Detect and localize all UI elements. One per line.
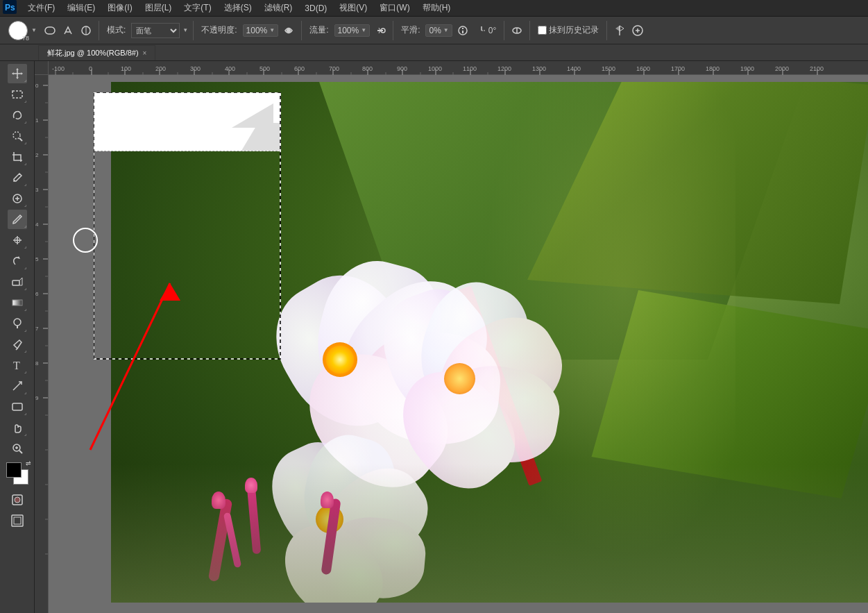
svg-text:1900: 1900 (740, 65, 754, 72)
tool-crop[interactable]: ⌟ (8, 147, 27, 167)
tool-zoom[interactable] (8, 439, 27, 458)
tool-shape[interactable]: ⌟ (8, 397, 27, 417)
app-icon[interactable]: Ps (3, 0, 17, 16)
svg-text:1300: 1300 (532, 65, 546, 72)
svg-text:1: 1 (35, 117, 39, 124)
sep-5 (504, 21, 504, 40)
menu-help[interactable]: 帮助(H) (417, 1, 457, 15)
svg-text:2: 2 (35, 152, 39, 158)
mode-dropdown-arrow[interactable]: ▼ (182, 27, 188, 33)
svg-text:1500: 1500 (602, 65, 615, 72)
symmetry-icon[interactable] (612, 23, 627, 38)
smooth-settings-icon[interactable] (455, 23, 470, 38)
menu-view[interactable]: 视图(V) (334, 1, 373, 15)
canvas-area: -100 0 100 200 300 400 500 600 700 (35, 61, 868, 613)
svg-text:2100: 2100 (810, 65, 824, 72)
opacity-value[interactable]: 100% ▼ (243, 24, 279, 37)
brush-setting-1[interactable] (42, 23, 58, 38)
smooth-value[interactable]: 0% ▼ (425, 24, 452, 37)
tool-history-brush[interactable]: ⌟ (8, 251, 27, 271)
tab-bar: 鲜花.jpg @ 100%(RGB/8#) × (0, 44, 868, 61)
svg-point-6 (287, 28, 291, 33)
svg-text:300: 300 (190, 65, 201, 72)
tool-gradient[interactable]: ⌟ (8, 293, 27, 312)
svg-text:7: 7 (35, 326, 39, 332)
svg-text:100: 100 (121, 65, 131, 72)
tool-pen[interactable]: ⌟ (8, 335, 27, 354)
photo (111, 82, 868, 603)
extra-settings-icon[interactable] (630, 23, 645, 38)
history-checkbox[interactable] (538, 26, 547, 35)
svg-text:0: 0 (35, 83, 39, 89)
flow-value[interactable]: 100% ▼ (334, 24, 371, 37)
menu-select[interactable]: 选择(S) (219, 1, 257, 15)
svg-point-34 (15, 497, 20, 503)
opacity-label: 不透明度: (198, 23, 239, 37)
svg-text:1600: 1600 (636, 65, 650, 72)
svg-rect-36 (14, 517, 21, 524)
tool-eyedropper[interactable]: ⌟ (8, 168, 27, 187)
tool-quick-mask[interactable] (8, 490, 27, 510)
svg-text:600: 600 (294, 65, 305, 72)
angle-value[interactable]: 0° (473, 24, 499, 37)
tool-move[interactable]: ⌟ (8, 64, 27, 83)
menu-3d[interactable]: 3D(D) (299, 2, 332, 15)
opacity-toggle[interactable] (281, 23, 296, 38)
svg-line-30 (19, 451, 22, 453)
brush-setting-2[interactable] (60, 23, 76, 38)
sep-3 (301, 21, 302, 40)
mode-select[interactable]: 面笔 正片叠底 滤色 (131, 23, 180, 38)
airbrush-icon[interactable] (373, 23, 388, 38)
menu-window[interactable]: 窗口(W) (374, 1, 415, 15)
svg-rect-16 (12, 91, 22, 98)
sep-4 (393, 21, 393, 40)
tab-main-image[interactable]: 鲜花.jpg @ 100%(RGB/8#) × (38, 45, 155, 60)
brush-preset[interactable]: 78 ▼ (4, 18, 40, 43)
pressure-icon[interactable] (509, 23, 525, 38)
svg-text:Ps: Ps (5, 3, 15, 12)
tool-brush[interactable]: ⌟ (8, 210, 27, 229)
svg-text:1700: 1700 (671, 65, 685, 72)
sep-1 (99, 21, 99, 40)
tool-marquee[interactable]: ⌟ (8, 85, 27, 104)
tool-lasso[interactable]: ⌟ (8, 106, 27, 125)
svg-text:500: 500 (259, 65, 270, 72)
svg-point-17 (13, 132, 20, 139)
swap-colors-icon[interactable]: ⇌ (26, 460, 31, 467)
tab-close-button[interactable]: × (143, 49, 147, 57)
tool-clone[interactable]: ⌟ (8, 230, 27, 250)
menu-file[interactable]: 文件(F) (22, 1, 60, 15)
svg-text:400: 400 (225, 65, 235, 72)
history-checkbox-container[interactable]: 抹到历史记录 (535, 23, 602, 37)
tool-healing[interactable]: ⌟ (8, 189, 27, 208)
tool-path-select[interactable]: ⌟ (8, 376, 27, 396)
sep-7 (606, 21, 607, 40)
flow-label: 流量: (307, 23, 331, 37)
tool-text[interactable]: T ⌟ (8, 355, 27, 375)
svg-text:1100: 1100 (463, 65, 477, 72)
tool-dodge[interactable]: ⌟ (8, 314, 27, 333)
svg-text:700: 700 (329, 65, 339, 72)
tool-screen-mode[interactable] (8, 511, 27, 530)
svg-point-18 (14, 180, 15, 181)
ruler-corner (35, 61, 49, 75)
left-toolbar: ⌟ ⌟ ⌟ ⌟ ⌟ ⌟ ⌟ (0, 61, 35, 613)
menu-filter[interactable]: 滤镜(R) (259, 1, 298, 15)
menu-text[interactable]: 文字(T) (178, 1, 216, 15)
sep-6 (529, 21, 530, 40)
menu-layer[interactable]: 图层(L) (139, 1, 178, 15)
svg-rect-35 (12, 515, 23, 526)
tool-eraser[interactable]: ⌟ (8, 272, 27, 292)
ruler-top: -100 0 100 200 300 400 500 600 700 (49, 61, 868, 75)
menu-image[interactable]: 图像(I) (102, 1, 137, 15)
smooth-label: 平滑: (398, 23, 423, 37)
brush-dropdown-arrow[interactable]: ▼ (31, 27, 37, 33)
svg-rect-2 (45, 27, 55, 34)
svg-text:1800: 1800 (706, 65, 720, 72)
brush-setting-3[interactable] (78, 23, 94, 38)
tool-quick-select[interactable]: ⌟ (8, 126, 27, 146)
foreground-color[interactable] (6, 462, 22, 478)
menu-edit[interactable]: 编辑(E) (62, 1, 101, 15)
tool-hand[interactable]: ⌟ (8, 418, 27, 437)
image-canvas (49, 75, 868, 613)
